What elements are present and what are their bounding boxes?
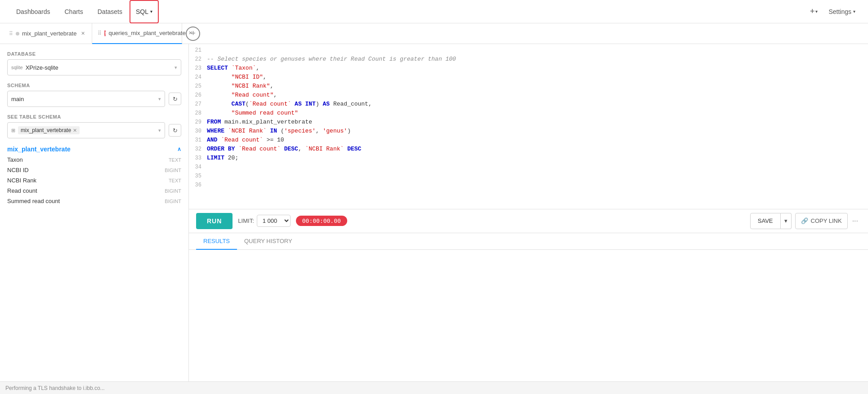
code-line-23: 23 SELECT `Taxon`,: [189, 64, 868, 73]
run-button[interactable]: RUN: [196, 213, 233, 229]
database-label: DATABASE: [7, 51, 181, 57]
save-dropdown-button[interactable]: ▾: [781, 213, 792, 229]
schema-collapse-icon: ∧: [177, 146, 181, 152]
sqlite-icon: sqlite: [11, 65, 23, 70]
tab-status-dot: [16, 32, 19, 35]
table-tag-label: mix_plant_vertebrate: [21, 127, 71, 133]
tab-results[interactable]: RESULTS: [196, 233, 237, 250]
limit-label: LIMIT:: [238, 217, 254, 224]
field-ncbi-id-type: BIGINT: [165, 168, 181, 173]
tab-close-button[interactable]: ✕: [79, 30, 86, 37]
schema-select[interactable]: main ▾: [7, 91, 165, 107]
results-area: RESULTS QUERY HISTORY: [189, 233, 868, 394]
code-line-24: 24 "NCBI ID",: [189, 73, 868, 82]
settings-button[interactable]: Settings ▾: [825, 6, 859, 17]
database-select[interactable]: sqlite XPrize-sqlite ▾: [7, 59, 181, 75]
code-line-27: 27 CAST(`Read count` AS INT) AS Read_cou…: [189, 100, 868, 109]
nav-charts[interactable]: Charts: [58, 0, 90, 23]
table-icon: ⊞: [11, 128, 15, 133]
more-options-button[interactable]: ···: [850, 217, 861, 225]
field-ncbi-id: NCBI ID BIGINT: [7, 165, 181, 175]
tab-error-indicator: !: [104, 30, 106, 36]
schema-chevron-icon: ▾: [158, 96, 161, 102]
code-line-31: 31 AND `Read count` >= 10: [189, 136, 868, 145]
tabs-bar: ⠿ mix_plant_vertebrate ✕ ⠿ ! queries_mix…: [0, 23, 868, 44]
status-text: Performing a TLS handshake to i.ibb.co..…: [5, 385, 105, 391]
tab-queries-mix[interactable]: ⠿ ! queries_mix_plant_vertebrate ✕: [92, 23, 182, 44]
nav-right: + ▾ Settings ▾: [806, 5, 859, 18]
field-summed-name: Summed read count: [7, 198, 60, 204]
save-dropdown-icon: ▾: [784, 217, 787, 224]
main-layout: DATABASE sqlite XPrize-sqlite ▾ SCHEMA m…: [0, 44, 868, 394]
field-summed-type: BIGINT: [165, 199, 181, 204]
tab-label: mix_plant_vertebrate: [22, 30, 76, 37]
code-editor[interactable]: 21 22 -- Select species or genuses where…: [189, 44, 868, 209]
code-line-26: 26 "Read count",: [189, 91, 868, 100]
field-ncbi-rank-type: TEXT: [169, 178, 181, 183]
tab-drag-handle-2: ⠿: [98, 30, 102, 36]
editor-toolbar: RUN LIMIT: 1 000 500 100 10000 00:00:00.…: [189, 209, 868, 233]
code-line-29: 29 FROM main.mix_plant_vertebrate: [189, 118, 868, 127]
field-taxon-name: Taxon: [7, 156, 23, 163]
table-schema-label: SEE TABLE SCHEMA: [7, 114, 181, 120]
table-tag-remove[interactable]: ✕: [73, 128, 77, 133]
field-taxon-type: TEXT: [169, 157, 181, 163]
code-line-21: 21: [189, 46, 868, 55]
field-ncbi-id-name: NCBI ID: [7, 167, 29, 173]
sql-chevron-icon: ▾: [150, 9, 152, 14]
left-panel: DATABASE sqlite XPrize-sqlite ▾ SCHEMA m…: [0, 44, 189, 394]
save-button[interactable]: SAVE: [750, 213, 781, 229]
copy-link-button[interactable]: 🔗 COPY LINK: [795, 213, 848, 229]
schema-section: SCHEMA main ▾ ↻: [7, 83, 181, 107]
add-button[interactable]: + ▾: [806, 5, 822, 18]
code-line-36: 36: [189, 181, 868, 190]
table-schema-section: SEE TABLE SCHEMA ⊞ mix_plant_vertebrate …: [7, 114, 181, 138]
table-refresh-button[interactable]: ↻: [169, 124, 181, 137]
results-content: [189, 250, 868, 340]
nav-datasets[interactable]: Datasets: [90, 0, 130, 23]
schema-row: main ▾ ↻: [7, 91, 181, 107]
code-line-32: 32 ORDER BY `Read count` DESC, `NCBI Ran…: [189, 145, 868, 154]
limit-control: LIMIT: 1 000 500 100 10000: [238, 215, 290, 227]
table-select[interactable]: ⊞ mix_plant_vertebrate ✕ ▾: [7, 122, 165, 138]
code-line-35: 35: [189, 172, 868, 181]
schema-fields-section: mix_plant_vertebrate ∧ Taxon TEXT NCBI I…: [7, 146, 181, 206]
link-icon: 🔗: [801, 217, 808, 224]
tab-label-2: queries_mix_plant_vertebrate: [108, 30, 185, 36]
field-read-count-type: BIGINT: [165, 188, 181, 194]
settings-chevron-icon: ▾: [853, 9, 855, 14]
plus-chevron-icon: ▾: [815, 9, 818, 14]
field-read-count-name: Read count: [7, 187, 37, 194]
tab-close-button-2[interactable]: ✕: [188, 30, 192, 37]
code-line-25: 25 "NCBI Rank",: [189, 82, 868, 91]
database-section: DATABASE sqlite XPrize-sqlite ▾: [7, 51, 181, 75]
field-ncbi-rank: NCBI Rank TEXT: [7, 175, 181, 186]
field-summed-read-count: Summed read count BIGINT: [7, 196, 181, 206]
code-line-33: 33 LIMIT 20;: [189, 154, 868, 163]
limit-select[interactable]: 1 000 500 100 10000: [257, 215, 291, 227]
code-line-34: 34: [189, 163, 868, 172]
table-tag: mix_plant_vertebrate ✕: [18, 126, 80, 134]
tab-query-history[interactable]: QUERY HISTORY: [237, 233, 300, 250]
schema-fields-list: Taxon TEXT NCBI ID BIGINT NCBI Rank TEXT…: [7, 155, 181, 206]
table-chevron-icon: ▾: [158, 128, 161, 133]
right-panel: 21 22 -- Select species or genuses where…: [189, 44, 868, 394]
tab-mix-plant-vertebrate[interactable]: ⠿ mix_plant_vertebrate ✕: [4, 23, 92, 44]
schema-label: SCHEMA: [7, 83, 181, 88]
results-tabs: RESULTS QUERY HISTORY: [189, 233, 868, 250]
schema-refresh-button[interactable]: ↻: [169, 93, 181, 105]
code-line-22: 22 -- Select species or genuses where th…: [189, 55, 868, 64]
nav-left: Dashboards Charts Datasets SQL ▾: [9, 0, 159, 23]
table-schema-row: ⊞ mix_plant_vertebrate ✕ ▾ ↻: [7, 122, 181, 138]
field-read-count: Read count BIGINT: [7, 186, 181, 196]
nav-dashboards[interactable]: Dashboards: [9, 0, 58, 23]
timer-display: 00:00:00.00: [296, 216, 347, 226]
nav-sql[interactable]: SQL ▾: [130, 0, 159, 23]
database-chevron-icon: ▾: [174, 65, 177, 71]
field-ncbi-rank-name: NCBI Rank: [7, 177, 36, 184]
toolbar-right: SAVE ▾ 🔗 COPY LINK ···: [750, 213, 861, 229]
code-line-30: 30 WHERE `NCBI Rank` IN ('species', 'gen…: [189, 127, 868, 136]
code-line-28: 28 "Summed read count": [189, 109, 868, 118]
status-bar: Performing a TLS handshake to i.ibb.co..…: [0, 381, 868, 394]
schema-table-name[interactable]: mix_plant_vertebrate ∧: [7, 146, 181, 153]
